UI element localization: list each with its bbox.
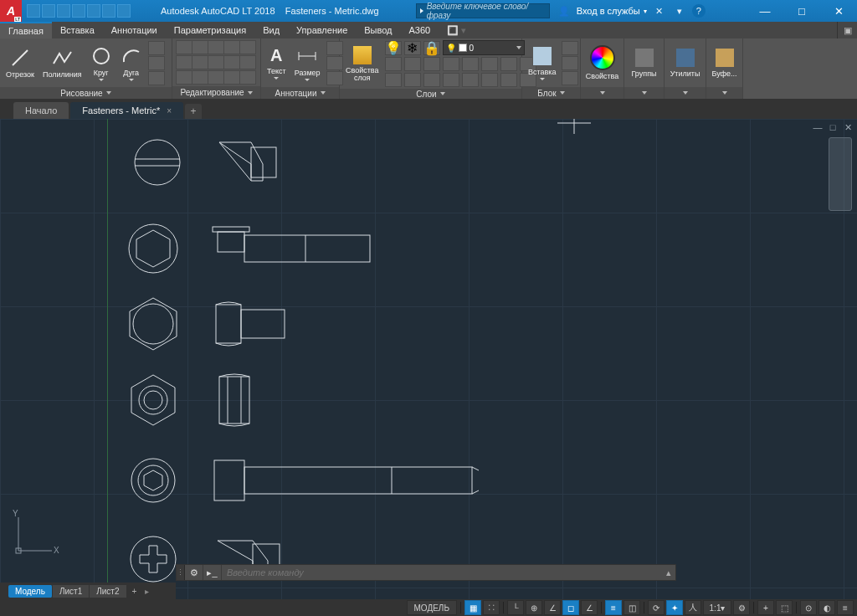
status-snap-icon[interactable]: ⸬ [483,600,500,615]
status-model-button[interactable]: МОДЕЛЬ [407,600,457,615]
layout-tab-model[interactable]: Модель [8,585,53,598]
layer-prev-icon[interactable] [423,57,440,71]
erase-icon[interactable] [223,40,240,54]
polyline-button[interactable]: Полилиния [40,40,85,85]
copy-icon[interactable] [176,55,192,69]
qat-undo-icon[interactable] [102,4,115,18]
close-icon[interactable]: × [167,106,172,116]
clipboard-button[interactable]: Буфе... [709,40,739,85]
layer-g-icon[interactable] [500,73,517,87]
offset-icon[interactable] [192,70,208,85]
dimension-button[interactable]: Размер [292,40,323,85]
explode-icon[interactable] [239,40,256,54]
groups-button[interactable]: Группы [629,40,659,85]
cmd-history-dropdown[interactable]: ▴ [662,567,675,578]
status-iso-icon[interactable]: ∠ [544,600,561,615]
status-ortho-icon[interactable]: └ [507,600,524,615]
text-button[interactable]: A Текст [264,40,289,85]
exchange-icon[interactable]: ✕ [652,3,667,18]
scale-icon[interactable] [176,70,192,85]
layer-merge-icon[interactable] [500,57,517,71]
hatch-icon[interactable] [148,56,165,70]
drawing-area[interactable]: — □ ✕ [0,119,857,599]
qat-new-icon[interactable] [27,4,40,18]
rotate-icon[interactable] [192,40,208,54]
layer-b-icon[interactable] [404,73,421,87]
layout-tab-sheet1[interactable]: Лист1 [53,585,90,598]
qat-plot-icon[interactable] [87,4,100,18]
qat-redo-icon[interactable] [117,4,131,18]
status-osnap-icon[interactable]: ◻ [562,600,579,615]
fillet-icon[interactable] [208,55,224,69]
layer-e-icon[interactable] [462,73,479,87]
break-icon[interactable] [239,70,256,85]
layer-state-icon[interactable] [443,57,459,71]
circle-button[interactable]: Круг [88,40,115,85]
help-dropdown[interactable]: ▾ [672,3,687,18]
status-units-icon[interactable]: ⬚ [776,600,793,615]
trim-icon[interactable] [208,40,224,54]
tab-annotate[interactable]: Аннотации [103,22,166,38]
minimize-button[interactable]: — [747,0,783,22]
layer-c-icon[interactable] [423,73,440,87]
chamfer-icon[interactable] [208,70,224,85]
cmd-customize-icon[interactable]: ⚙ [185,565,203,580]
status-workspace-icon[interactable]: ⚙ [733,600,750,615]
layer-match-icon[interactable] [385,57,402,71]
tab-view[interactable]: Вид [254,22,288,38]
status-customize-icon[interactable]: ≡ [837,600,854,615]
layout-tab-sheet2[interactable]: Лист2 [90,585,126,598]
status-quick-props-icon[interactable]: 人 [685,600,701,615]
status-annoscale-icon[interactable]: 1:1 ▾ [703,600,731,615]
status-polar-icon[interactable]: ⊕ [526,600,542,615]
layer-a-icon[interactable] [385,73,402,87]
new-tab-button[interactable]: + [185,104,202,119]
layer-walk-icon[interactable] [462,57,479,71]
qat-saveas-icon[interactable] [72,4,85,18]
layer-d-icon[interactable] [443,73,459,87]
qat-save-icon[interactable] [57,4,70,18]
status-transparency-icon[interactable]: ◫ [624,600,640,615]
command-line[interactable]: ⚙ ▸_ ▴ [176,564,676,581]
tab-start[interactable]: Начало [13,102,69,119]
block-edit-icon[interactable] [562,56,578,70]
properties-button[interactable]: Свойства [583,40,622,85]
ellipse-icon[interactable] [148,71,165,85]
tab-manage[interactable]: Управление [288,22,356,38]
layer-combo[interactable]: 💡0 [443,40,525,55]
utilities-button[interactable]: Утилиты [668,40,703,85]
layer-copy-icon[interactable] [481,57,498,71]
block-attr-icon[interactable] [562,71,578,85]
status-dyn-input-icon[interactable]: ✦ [666,600,683,615]
layer-properties-button[interactable]: Свойства слоя [343,41,382,86]
account-icon[interactable]: 👤 [557,3,572,18]
help-search-input[interactable]: Введите ключевое слово/фразу [416,3,550,18]
cmd-drag-handle[interactable] [177,565,185,580]
sign-in-button[interactable]: Вход в службы▾ [577,6,647,16]
stretch-icon[interactable] [223,55,240,69]
ribbon-collapse-button[interactable]: ▣ [837,22,857,38]
tab-home[interactable]: Главная [0,22,52,38]
status-hardware-icon[interactable]: ⊙ [800,600,817,615]
tab-a360[interactable]: A360 [401,22,439,38]
extend-icon[interactable] [223,70,240,85]
cmd-recent-icon[interactable]: ▸_ [203,565,222,580]
layer-off-icon[interactable]: 💡 [385,41,402,55]
mirror-icon[interactable] [192,55,208,69]
status-otrack-icon[interactable]: ∠ [581,600,598,615]
layer-freeze-icon[interactable]: ❄ [404,41,421,55]
app-logo[interactable]: A [0,0,22,22]
arc-button[interactable]: Дуга [118,40,145,85]
tab-extra[interactable]: 🔳 ▾ [439,22,475,38]
help-icon[interactable]: ? [692,4,706,18]
tab-output[interactable]: Вывод [356,22,400,38]
status-clean-icon[interactable]: ◐ [819,600,835,615]
array-icon[interactable] [239,55,256,69]
line-button[interactable]: Отрезок [3,40,37,85]
layer-iso-icon[interactable] [404,57,421,71]
rectangle-icon[interactable] [148,41,165,55]
command-input[interactable] [222,567,662,578]
status-cycling-icon[interactable]: ⟳ [648,600,665,615]
maximize-button[interactable]: □ [783,0,820,22]
block-create-icon[interactable] [562,41,578,55]
